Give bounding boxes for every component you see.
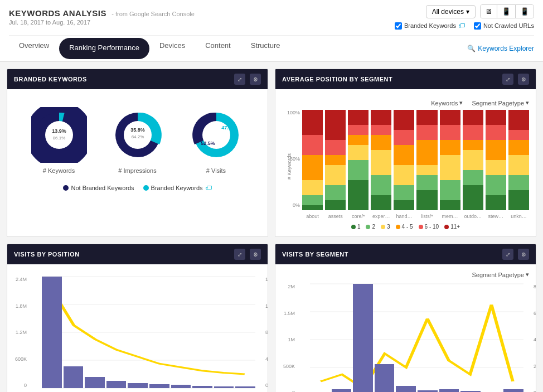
visits-pos-settings-button[interactable]: ⚙ (250, 249, 261, 260)
svg-text:64.2%: 64.2% (131, 134, 144, 139)
tablet-icon-button[interactable]: 📱 (497, 5, 516, 18)
all-devices-button[interactable]: All devices ▾ (426, 5, 476, 18)
tab-ranking-performance[interactable]: Ranking Performance (59, 38, 149, 59)
x-label-avg-2: core/* (348, 214, 369, 219)
desktop-icon-button[interactable]: 🖥 (481, 5, 497, 18)
visit-bar-3 (106, 381, 127, 388)
bar-segment-7-3 (463, 140, 483, 150)
bar-segment-0-4 (302, 135, 323, 155)
keywords-explorer-link[interactable]: 🔍 Keywords Explorer (467, 40, 534, 57)
stacked-bar-7 (463, 110, 483, 210)
pie-impressions-label: # Impressions (118, 167, 156, 174)
bar-segment-4-1 (394, 185, 414, 200)
bar-segment-4-2 (394, 165, 414, 185)
x-label-avg-0: about (302, 214, 323, 219)
legend-11-dot (444, 225, 449, 229)
legend-branded: Branded Keywords 🏷 (143, 184, 212, 192)
visits-seg-settings-button[interactable]: ⚙ (518, 249, 529, 260)
bar-segment-0-1 (302, 195, 323, 205)
bar-segment-2-0 (348, 180, 369, 210)
panel-settings-button[interactable]: ⚙ (250, 74, 261, 85)
avg-pos-controls: Keywords ▾ Segment Pagetype ▾ (282, 96, 529, 110)
bar-segment-1-0 (325, 200, 346, 210)
page-title: KEYWORDS ANALYSIS - from Google Search C… (9, 8, 195, 18)
branded-keywords-legend: Not Branded Keywords Branded Keywords 🏷 (14, 180, 261, 194)
tab-content[interactable]: Content (195, 36, 241, 61)
stacked-bar-1 (325, 110, 346, 210)
bar-segment-8-1 (486, 175, 506, 195)
bar-segment-6-3 (440, 140, 460, 155)
legend-11plus: 11+ (444, 224, 460, 230)
visits-by-position-body: 2.4M 1.8M 1.2M 600K 0 16 12 8 4 0 (7, 264, 268, 392)
bar-segment-3-3 (371, 135, 391, 150)
svg-text:35.8%: 35.8% (130, 127, 145, 133)
visit-bar-7 (192, 386, 212, 388)
bar-segment-8-3 (486, 140, 506, 160)
mobile-icon-button[interactable]: 📱 (516, 5, 534, 18)
stacked-bar-4 (394, 110, 414, 210)
segment-dropdown[interactable]: Segment Pagetype ▾ (472, 99, 529, 107)
main-content: BRANDED KEYWORDS ⤢ ⚙ 13.9% (0, 62, 543, 392)
visits-pos-expand-button[interactable]: ⤢ (234, 249, 245, 260)
segment-chevron-icon: ▾ (526, 99, 529, 107)
bar-segment-7-5 (463, 110, 483, 125)
visit-bar-9 (235, 386, 255, 388)
x-label-avg-1: assets (325, 214, 346, 219)
avg-position-panel: AVERAGE POSITION BY SEGMENT ⤢ ⚙ Keywords… (275, 69, 536, 237)
avg-panel-expand-button[interactable]: ⤢ (502, 74, 513, 85)
visits-seg-expand-button[interactable]: ⤢ (502, 249, 513, 260)
bar-segment-2-5 (348, 110, 369, 125)
bar-segment-6-5 (440, 110, 460, 125)
bar-segment-9-1 (508, 175, 529, 190)
keywords-dropdown[interactable]: Keywords ▾ (431, 99, 463, 107)
date-range: Jul. 18, 2017 to Aug. 16, 2017 (9, 19, 195, 26)
nav-bar: Overview Ranking Performance Devices Con… (9, 35, 534, 61)
branded-tag-icon: 🏷 (205, 184, 212, 192)
bar-segment-2-2 (348, 145, 369, 160)
tab-overview[interactable]: Overview (9, 36, 59, 61)
branded-keywords-checkbox[interactable]: Branded Keywords 🏷 (395, 22, 465, 30)
pie-keywords-label: # Keywords (43, 167, 75, 174)
visit-bar-2 (85, 377, 105, 388)
seg-dropdown[interactable]: Segment Pagetype ▾ (472, 271, 529, 278)
visit-bar-5 (149, 384, 169, 388)
panel-header-icons: ⤢ ⚙ (234, 74, 261, 85)
visits-pos-panel-icons: ⤢ ⚙ (234, 249, 261, 260)
tab-devices[interactable]: Devices (149, 36, 195, 61)
pie-visits-label: # Visits (206, 167, 226, 174)
visits-by-segment-header: VISITS BY SEGMENT ⤢ ⚙ (275, 244, 536, 264)
seg-bar-3 (375, 364, 395, 392)
visits-pos-bars (42, 277, 255, 388)
not-crawled-urls-checkbox[interactable]: Not Crawled URLs (474, 22, 534, 30)
tab-structure[interactable]: Structure (241, 36, 290, 61)
seg-bar-9 (503, 389, 523, 392)
bar-segment-5-4 (416, 125, 437, 140)
pie-charts-row: 13.9% 86.1% # Keywords 35.8% 64.2% (14, 96, 261, 180)
visits-by-segment-panel: VISITS BY SEGMENT ⤢ ⚙ Segment Pagetype ▾… (275, 244, 536, 392)
bar-segment-8-4 (486, 125, 506, 140)
bar-segment-2-4 (348, 125, 369, 135)
bar-segment-3-2 (371, 150, 391, 175)
avg-panel-settings-button[interactable]: ⚙ (518, 74, 529, 85)
bar-segment-3-5 (371, 110, 391, 125)
visits-seg-chart: 2M 1.5M 1M 500K 0 80 60 40 20 0 (310, 284, 523, 392)
visit-bar-0 (42, 277, 62, 388)
bar-segment-7-4 (463, 125, 483, 140)
pie-keywords: 13.9% 86.1% # Keywords (31, 107, 87, 174)
svg-text:47.5%: 47.5% (221, 125, 236, 130)
stacked-bar-6 (440, 110, 460, 210)
panel-expand-button[interactable]: ⤢ (234, 74, 245, 85)
seg-chevron-icon: ▾ (526, 271, 529, 278)
bar-segment-8-5 (486, 110, 506, 125)
stacked-bar-5 (416, 110, 437, 210)
bar-segment-1-2 (325, 165, 346, 185)
bar-segment-1-5 (325, 110, 346, 140)
legend-2: 2 (366, 224, 375, 230)
chevron-down-icon: ▾ (466, 8, 469, 16)
bar-segment-5-5 (416, 110, 437, 125)
visits-by-position-header: VISITS BY POSITION ⤢ ⚙ (7, 244, 268, 264)
branded-keywords-header: BRANDED KEYWORDS ⤢ ⚙ (7, 69, 268, 89)
legend-4-5: 4 - 5 (396, 224, 413, 230)
branded-dot (143, 185, 149, 191)
nav-tabs: Overview Ranking Performance Devices Con… (9, 36, 290, 61)
